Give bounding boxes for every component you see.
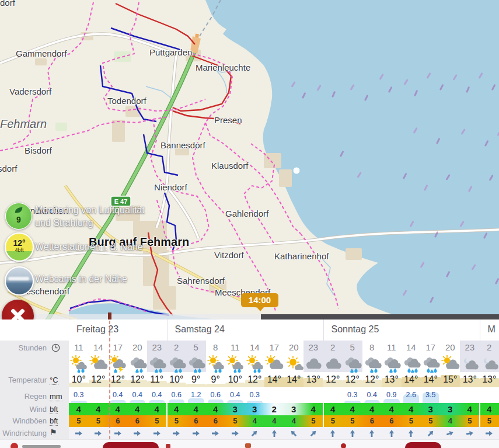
row-label-gusts: Windböen <box>0 416 47 425</box>
day-header: Samstag 24 <box>167 319 323 341</box>
wind-value: 4 <box>108 403 128 415</box>
rain-value: 3.5 <box>421 387 441 403</box>
gust-value: 6 <box>186 415 206 427</box>
unit-gusts[interactable]: bft <box>50 416 58 426</box>
hour-cell[interactable]: 5 <box>186 341 206 355</box>
gust-value: 4 <box>441 415 460 427</box>
rain-value <box>460 387 480 403</box>
rain-value <box>89 387 109 403</box>
weather-icon-cloud-rain <box>362 355 382 372</box>
hour-cell[interactable]: 20 <box>128 341 148 355</box>
weather-icon-sun-cloud <box>89 355 109 372</box>
gust-value: 5 <box>225 415 245 427</box>
hour-cell[interactable]: 11 <box>69 341 89 355</box>
wind-value: 4 <box>69 403 89 415</box>
hour-cell[interactable]: 20 <box>441 341 460 355</box>
wind-value: 3 <box>284 403 304 415</box>
hour-cell[interactable]: 23 <box>303 341 323 355</box>
rain-value: 0.3 <box>343 387 362 403</box>
gust-value: 6 <box>206 415 226 427</box>
wind-value: 3 <box>421 403 441 415</box>
unit-rain[interactable]: mm <box>50 392 62 401</box>
rain-value: 0.6 <box>206 387 226 403</box>
station-wind: 4bft <box>6 247 33 253</box>
hour-cell[interactable]: 8 <box>362 341 382 355</box>
hour-cell[interactable]: 14 <box>402 341 421 355</box>
wind-direction-arrow <box>69 427 89 439</box>
gust-value: 5 <box>402 415 421 427</box>
temp-value: 13° <box>460 372 480 387</box>
time-badge: 14:00 <box>241 293 278 307</box>
wind-value: 4 <box>128 403 148 415</box>
unit-wind[interactable]: bft <box>50 405 58 414</box>
wind-value: 3 <box>225 403 245 415</box>
rain-value: 0.4 <box>128 387 148 403</box>
wind-value: 2 <box>264 403 284 415</box>
hour-cell[interactable]: 17 <box>108 341 128 355</box>
bottom-toolbar-partial <box>0 439 499 448</box>
toolbar-button2-partial[interactable] <box>405 442 441 448</box>
hour-cell[interactable]: 23 <box>147 341 167 355</box>
weather-icon-cloud-heavy-rain <box>421 355 441 372</box>
wind-value: 3 <box>245 403 265 415</box>
timeline-remaining[interactable] <box>261 314 499 319</box>
hour-cell[interactable]: 2 <box>323 341 343 355</box>
wind-direction-arrow <box>480 427 499 439</box>
hour-cell[interactable]: 14 <box>89 341 109 355</box>
map-base: E 47 <box>0 0 499 319</box>
hour-cell[interactable]: 11 <box>382 341 402 355</box>
unit-temp[interactable]: °C <box>50 376 58 385</box>
weather-station-chip[interactable]: 12° 4bft <box>5 232 34 262</box>
hour-cell[interactable]: 14 <box>245 341 265 355</box>
hour-cell[interactable]: 5 <box>343 341 362 355</box>
hour-cell[interactable]: 17 <box>264 341 284 355</box>
weather-map-app: E 47 dorfGammendorfPuttgardenMarienleuch… <box>0 0 499 448</box>
gust-value: 5 <box>89 415 109 427</box>
hour-cell[interactable]: 23 <box>460 341 480 355</box>
hour-cell[interactable]: 2 <box>480 341 499 355</box>
rain-value: 0.6 <box>167 387 187 403</box>
wind-direction-arrow <box>460 427 480 439</box>
hour-cell[interactable]: 20 <box>284 341 304 355</box>
e47-shield: E 47 <box>111 196 131 206</box>
weather-icon-cloud <box>303 355 323 372</box>
temp-value: 10° <box>225 372 245 387</box>
weather-icon-sun-cloud-rain <box>206 355 226 372</box>
air-quality-value: 9 <box>6 215 32 224</box>
weather-icon-cloud-rain <box>186 355 206 372</box>
air-quality-chip[interactable]: 9 <box>5 203 32 230</box>
station-temp: 12° <box>6 239 33 247</box>
gust-value: 4 <box>245 415 265 427</box>
timeline-current-marker[interactable] <box>108 312 111 319</box>
toolbar-icon-partial[interactable] <box>11 443 18 448</box>
hour-cell[interactable]: 17 <box>421 341 441 355</box>
row-label-temp: Temperatur <box>0 376 47 384</box>
temp-value: 13° <box>480 372 499 387</box>
gust-value: 4 <box>284 415 304 427</box>
day-header: Sonntag 25 <box>323 319 480 341</box>
temp-value: 13° <box>382 372 402 387</box>
wind-direction-arrow <box>167 427 187 439</box>
temp-value: 13° <box>303 372 323 387</box>
temp-value: 11° <box>147 372 167 387</box>
wind-direction-arrow <box>343 427 362 439</box>
toolbar-button-partial[interactable] <box>103 442 159 448</box>
hour-cell[interactable]: 2 <box>167 341 187 355</box>
map-canvas[interactable]: E 47 dorfGammendorfPuttgardenMarienleuch… <box>0 0 499 319</box>
gust-value: 5 <box>147 415 167 427</box>
hour-cell[interactable]: 8 <box>206 341 226 355</box>
forecast-panel: Freitag 23Samstag 24Sonntag 25M 1110°0.3… <box>0 319 499 448</box>
row-label-hours: Stunden <box>0 343 47 352</box>
wind-direction-arrow <box>441 427 460 439</box>
day-label: Sonntag 25 <box>331 324 379 335</box>
temp-value: 14° <box>284 372 304 387</box>
rain-value: 0.4 <box>225 387 245 403</box>
hour-cell[interactable]: 11 <box>225 341 245 355</box>
map-marker-dot <box>294 168 300 174</box>
wind-direction-arrow <box>284 427 304 439</box>
rain-value: 0.4 <box>108 387 128 403</box>
webcam-chip[interactable] <box>5 266 34 296</box>
day-label: Freitag 23 <box>76 324 118 335</box>
sea-water <box>205 0 499 319</box>
weather-icon-moon-cloud <box>460 355 480 372</box>
